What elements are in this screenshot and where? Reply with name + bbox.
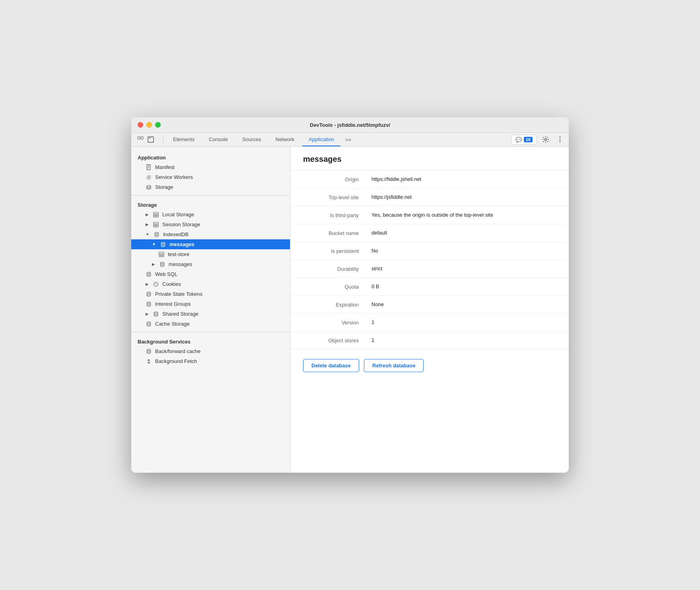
maximize-button[interactable] bbox=[155, 122, 161, 128]
title-bar: DevTools - jsfiddle.net/5tmpfuzv/ bbox=[131, 117, 569, 133]
svg-point-18 bbox=[155, 283, 156, 284]
sidebar-item-service-workers[interactable]: Service Workers bbox=[131, 172, 290, 182]
svg-point-20 bbox=[156, 283, 156, 283]
detail-row-top-level-site: Top-level site https://jsfiddle.net bbox=[290, 188, 569, 206]
sidebar-service-workers-label: Service Workers bbox=[155, 174, 193, 180]
sidebar-item-manifest[interactable]: Manifest bbox=[131, 162, 290, 172]
tab-sources[interactable]: Sources bbox=[236, 133, 268, 146]
detail-row-durability: Durability strict bbox=[290, 260, 569, 278]
svg-point-24 bbox=[147, 322, 151, 323]
refresh-database-button[interactable]: Refresh database bbox=[364, 359, 424, 372]
messages-badge-button[interactable]: 💬 10 bbox=[511, 135, 537, 145]
sidebar-item-shared-storage[interactable]: ▶ Shared Storage bbox=[131, 309, 290, 319]
sidebar-manifest-label: Manifest bbox=[155, 164, 175, 170]
persistent-label: Is persistent bbox=[303, 248, 359, 254]
sidebar-section-application: Application bbox=[131, 151, 290, 162]
window-title: DevTools - jsfiddle.net/5tmpfuzv/ bbox=[310, 122, 390, 128]
delete-database-button[interactable]: Delete database bbox=[303, 359, 359, 372]
sidebar-item-cookies[interactable]: ▶ Cookies bbox=[131, 279, 290, 289]
db-icon-6 bbox=[153, 311, 159, 317]
svg-point-4 bbox=[560, 137, 561, 138]
chevron-right-shared-icon: ▶ bbox=[146, 312, 149, 316]
db-icon-active bbox=[160, 242, 166, 247]
sidebar-cookies-label: Cookies bbox=[162, 281, 181, 287]
sidebar-item-cache-storage[interactable]: Cache Storage bbox=[131, 319, 290, 329]
sidebar-item-indexeddb[interactable]: ▼ IndexedDB bbox=[131, 229, 290, 239]
sidebar-item-messages-collapsed[interactable]: ▶ messages bbox=[131, 259, 290, 269]
sidebar-messages-collapsed-label: messages bbox=[169, 261, 192, 267]
svg-point-16 bbox=[147, 272, 151, 274]
gear-icon bbox=[146, 175, 152, 180]
tab-elements[interactable]: Elements bbox=[167, 133, 201, 146]
origin-label: Origin bbox=[303, 176, 359, 182]
durability-value: strict bbox=[371, 266, 556, 272]
durability-label: Durability bbox=[303, 266, 359, 272]
tab-console[interactable]: Console bbox=[202, 133, 234, 146]
main-content: Application Manifest Service bbox=[131, 147, 569, 473]
chevron-right-icon: ▶ bbox=[146, 212, 149, 217]
sidebar-item-private-state-tokens[interactable]: Private State Tokens bbox=[131, 289, 290, 299]
chevron-right-cookies-icon: ▶ bbox=[146, 282, 149, 286]
message-icon: 💬 bbox=[515, 137, 522, 143]
storage-icon bbox=[146, 184, 152, 190]
sidebar-item-local-storage[interactable]: ▶ Local Storage bbox=[131, 210, 290, 219]
bucket-name-value: default bbox=[371, 230, 556, 236]
inspect-icon[interactable] bbox=[146, 135, 155, 144]
detail-title: messages bbox=[303, 155, 556, 164]
svg-point-21 bbox=[147, 292, 151, 293]
origin-value: https://fiddle.jshell.net bbox=[371, 176, 556, 182]
sidebar-local-storage-label: Local Storage bbox=[162, 212, 194, 217]
svg-rect-0 bbox=[138, 137, 140, 139]
chevron-down-icon: ▼ bbox=[146, 232, 150, 237]
table-icon bbox=[153, 212, 159, 217]
detail-row-origin: Origin https://fiddle.jshell.net bbox=[290, 171, 569, 188]
sidebar-back-forward-cache-label: Back/forward cache bbox=[155, 348, 200, 354]
settings-button[interactable] bbox=[540, 134, 551, 145]
top-level-site-label: Top-level site bbox=[303, 194, 359, 200]
expiration-label: Expiration bbox=[303, 301, 359, 308]
sidebar-messages-db-label: messages bbox=[169, 241, 194, 247]
cursor-icon[interactable] bbox=[136, 135, 145, 144]
chevron-right-icon-3: ▶ bbox=[152, 262, 155, 266]
version-value: 1 bbox=[371, 319, 556, 325]
more-options-button[interactable] bbox=[554, 134, 566, 145]
sidebar-item-session-storage[interactable]: ▶ Session Storage bbox=[131, 219, 290, 229]
sidebar-session-storage-label: Session Storage bbox=[162, 221, 200, 227]
svg-point-8 bbox=[148, 177, 150, 178]
sidebar-item-messages-db[interactable]: ▼ messages bbox=[131, 239, 290, 249]
detail-header: messages bbox=[290, 147, 569, 171]
db-icon-2 bbox=[159, 262, 165, 267]
third-party-value: Yes, because the origin is outside of th… bbox=[371, 212, 556, 218]
sidebar-item-storage-app[interactable]: Storage bbox=[131, 182, 290, 192]
tab-application[interactable]: Application bbox=[302, 133, 340, 146]
tab-network[interactable]: Network bbox=[269, 133, 301, 146]
sidebar-item-interest-groups[interactable]: Interest Groups bbox=[131, 299, 290, 309]
detail-row-bucket-name: Bucket name default bbox=[290, 224, 569, 242]
svg-point-17 bbox=[154, 282, 158, 286]
db-icon-8 bbox=[146, 349, 152, 354]
bucket-name-label: Bucket name bbox=[303, 230, 359, 236]
svg-point-22 bbox=[147, 302, 151, 303]
sidebar-item-back-forward-cache[interactable]: Back/forward cache bbox=[131, 346, 290, 356]
sidebar-private-state-tokens-label: Private State Tokens bbox=[155, 291, 202, 297]
tab-more[interactable]: >> bbox=[342, 134, 354, 146]
sidebar-item-web-sql[interactable]: Web SQL bbox=[131, 269, 290, 279]
chevron-right-icon-2: ▶ bbox=[146, 222, 149, 227]
minimize-button[interactable] bbox=[146, 122, 152, 128]
sidebar-item-test-store[interactable]: test-store bbox=[131, 249, 290, 259]
detail-row-persistent: Is persistent No bbox=[290, 242, 569, 260]
svg-point-25 bbox=[147, 349, 151, 351]
detail-table: Origin https://fiddle.jshell.net Top-lev… bbox=[290, 171, 569, 349]
arrow-icon bbox=[146, 359, 152, 364]
sidebar-interest-groups-label: Interest Groups bbox=[155, 301, 191, 307]
object-stores-label: Object stores bbox=[303, 337, 359, 344]
svg-point-5 bbox=[560, 139, 561, 140]
quota-value: 0 B bbox=[371, 283, 556, 289]
sidebar-divider-2 bbox=[131, 332, 290, 332]
badge-count: 10 bbox=[524, 137, 533, 142]
detail-panel: messages Origin https://fiddle.jshell.ne… bbox=[290, 147, 569, 473]
close-button[interactable] bbox=[138, 122, 143, 128]
sidebar-item-background-fetch[interactable]: Background Fetch bbox=[131, 356, 290, 366]
chevron-down-active-icon: ▼ bbox=[152, 242, 156, 246]
svg-point-23 bbox=[154, 312, 158, 313]
